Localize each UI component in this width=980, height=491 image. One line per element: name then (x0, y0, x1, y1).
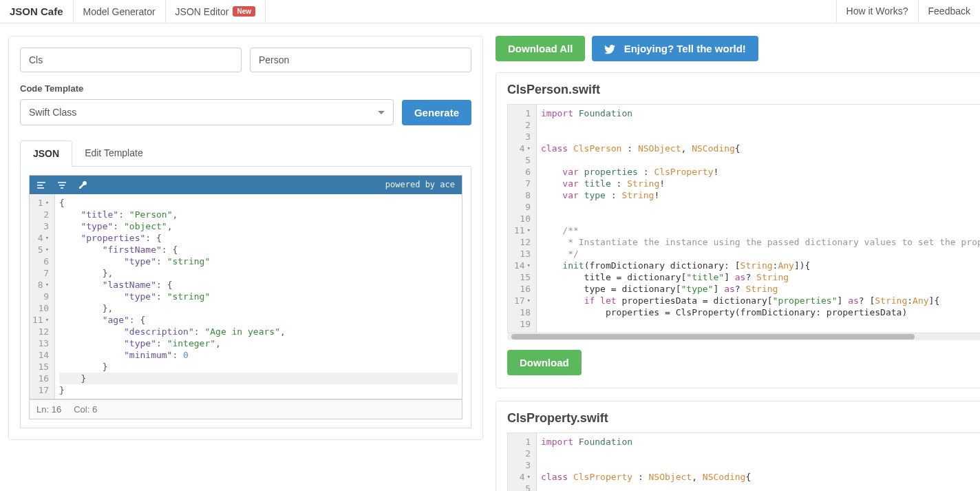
gutter-line: 1 (511, 436, 531, 448)
code-line: { (59, 197, 458, 209)
gutter-line: 7 (511, 178, 531, 189)
code-line: } (59, 384, 458, 396)
fold-icon[interactable]: ▾ (45, 279, 49, 291)
fold-icon[interactable]: ▾ (527, 260, 531, 271)
code-line: "type": "string" (59, 255, 458, 267)
code-line: init(fromDictionary dictionary: [String:… (541, 260, 980, 271)
tab-json[interactable]: JSON (20, 140, 72, 167)
gutter-line: 2 (511, 119, 531, 131)
gutter-line: 10 (32, 302, 49, 314)
code-line: "title": "Person", (59, 209, 458, 220)
fold-icon[interactable]: ▾ (45, 314, 49, 326)
wrench-icon[interactable] (78, 180, 87, 190)
gutter-line: 6 (511, 166, 531, 178)
gutter-line: 11▾ (32, 314, 49, 326)
chevron-down-icon (378, 111, 385, 114)
code-line: "type": "string" (59, 291, 458, 302)
gutter-line: 3 (511, 459, 531, 471)
format-icon[interactable] (36, 180, 46, 190)
gutter-line: 7 (32, 267, 49, 279)
generate-button[interactable]: Generate (402, 100, 471, 125)
output-file-card: ClsPerson.swift 1234▾567891011▾121314▾15… (496, 72, 980, 388)
code-line (541, 213, 980, 224)
gutter-line: 17▾ (511, 295, 531, 306)
gutter-line: 5▾ (32, 244, 49, 255)
tab-edit-template[interactable]: Edit Template (72, 140, 156, 166)
code-line: properties = ClsProperty(fromDictionary:… (541, 306, 980, 318)
code-line: if let propertiesData = dictionary["prop… (541, 295, 980, 306)
code-line: /** (541, 224, 980, 236)
gutter-line: 4▾ (511, 143, 531, 154)
gutter-line: 15 (32, 361, 49, 373)
brand-logo[interactable]: JSON Cafe (0, 0, 74, 23)
fold-icon[interactable]: ▾ (45, 244, 49, 255)
nav-feedback[interactable]: Feedback (918, 0, 980, 23)
fold-icon[interactable]: ▾ (527, 224, 531, 236)
tell-world-button[interactable]: Enjoying? Tell the world! (592, 36, 758, 61)
fold-icon[interactable]: ▾ (45, 197, 49, 209)
gutter-line: 12 (32, 326, 49, 337)
new-badge: New (233, 6, 255, 17)
code-line: "type": "integer", (59, 337, 458, 349)
code-line (541, 119, 980, 131)
status-line: Ln: 16 (36, 404, 61, 415)
top-nav: JSON Cafe Model Generator JSON Editor Ne… (0, 0, 980, 23)
code-line: } (59, 373, 458, 384)
code-line: import Foundation (541, 436, 980, 448)
gutter-line: 4▾ (511, 471, 531, 483)
root-class-input[interactable] (250, 48, 471, 72)
twitter-icon (604, 43, 618, 54)
code-line: "type": "object", (59, 220, 458, 232)
gutter-line: 8▾ (32, 279, 49, 291)
nav-json-editor[interactable]: JSON Editor New (166, 0, 266, 23)
file-code-viewer[interactable]: 1234▾567891011▾121314▾151617▾1819 import… (507, 104, 980, 333)
gutter-line: 13 (32, 337, 49, 349)
code-line: type = dictionary["type"] as? String (541, 283, 980, 295)
gutter-line: 18 (511, 306, 531, 318)
json-editor[interactable]: 1▾234▾5▾678▾91011▾121314151617 { "title"… (30, 194, 462, 399)
file-code-viewer[interactable]: 1234▾56789 import Foundation class ClsPr… (507, 432, 980, 491)
code-line: var properties : ClsProperty! (541, 166, 980, 178)
code-template-value: Swift Class (29, 107, 76, 118)
gutter-line: 9 (511, 201, 531, 213)
code-line: }, (59, 302, 458, 314)
code-line (541, 131, 980, 143)
gutter-line: 12 (511, 236, 531, 248)
gutter-line: 9 (32, 291, 49, 302)
json-editor-panel: powered by ace 1▾234▾5▾678▾91011▾1213141… (20, 167, 471, 428)
fold-icon[interactable]: ▾ (527, 295, 531, 306)
fold-icon[interactable]: ▾ (527, 143, 531, 154)
fold-icon[interactable]: ▾ (45, 232, 49, 244)
sort-icon[interactable] (57, 180, 67, 190)
gutter-line: 5 (511, 154, 531, 166)
gutter-line: 16 (511, 283, 531, 295)
gutter-line: 1▾ (32, 197, 49, 209)
code-line: */ (541, 248, 980, 260)
nav-model-generator[interactable]: Model Generator (74, 0, 166, 23)
code-template-select[interactable]: Swift Class (20, 99, 394, 125)
gutter-line: 1 (511, 107, 531, 119)
gutter-line: 13 (511, 248, 531, 260)
fold-icon[interactable]: ▾ (527, 471, 531, 483)
gutter-line: 3 (511, 131, 531, 143)
gutter-line: 3 (32, 220, 49, 232)
gutter-line: 14 (32, 349, 49, 361)
download-all-button[interactable]: Download All (496, 36, 585, 61)
code-line: * Instantiate the instance using the pas… (541, 236, 980, 248)
gutter-line: 8 (511, 189, 531, 201)
scrollbar-horizontal[interactable] (507, 333, 980, 340)
code-line: import Foundation (541, 107, 980, 119)
prefix-input[interactable] (20, 48, 242, 72)
gutter-line: 4▾ (32, 232, 49, 244)
gutter-line: 11▾ (511, 224, 531, 236)
code-line (541, 154, 980, 166)
file-title: ClsPerson.swift (507, 83, 980, 97)
tell-world-label: Enjoying? Tell the world! (624, 43, 746, 54)
editor-tabs: JSON Edit Template (20, 140, 471, 167)
download-button[interactable]: Download (507, 350, 582, 375)
code-line (541, 201, 980, 213)
gutter-line: 19 (511, 318, 531, 330)
nav-how-it-works[interactable]: How it Works? (836, 0, 918, 23)
code-line (541, 483, 980, 491)
code-template-label: Code Template (20, 83, 471, 94)
